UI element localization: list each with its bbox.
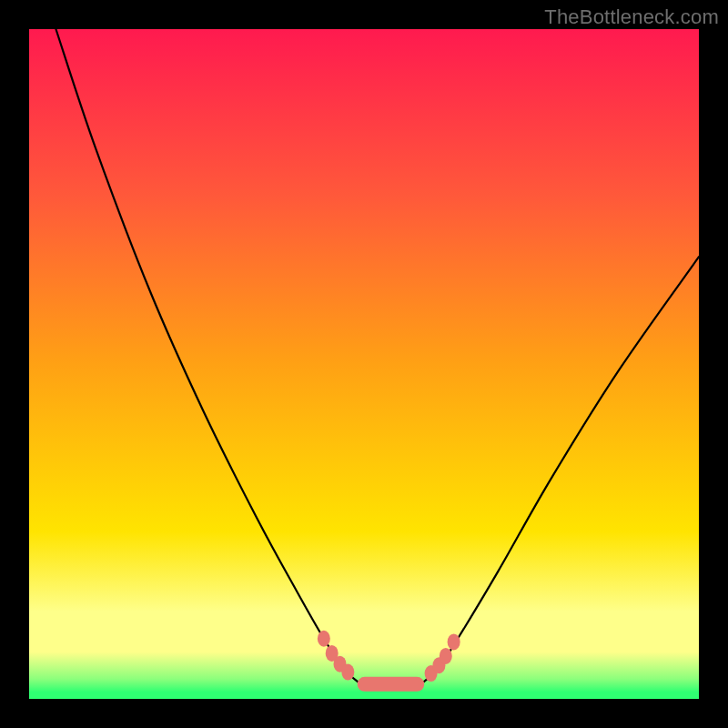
curve-left — [56, 29, 360, 684]
marker-dot — [440, 648, 452, 664]
curve-layer — [29, 29, 699, 699]
watermark-text: TheBottleneck.com — [544, 5, 719, 29]
marker-group — [318, 631, 460, 692]
marker-pill — [358, 677, 425, 692]
plot-area — [29, 29, 699, 699]
marker-dot — [448, 633, 460, 650]
curve-right — [421, 257, 699, 684]
chart-frame: TheBottleneck.com — [0, 0, 728, 728]
marker-dot — [341, 664, 354, 681]
marker-dot — [318, 631, 330, 647]
